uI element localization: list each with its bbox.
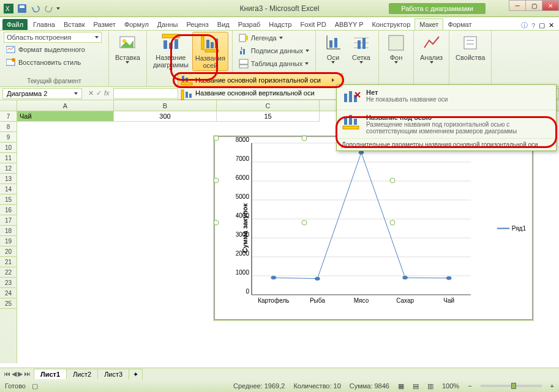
- insert-button[interactable]: Вставка: [113, 32, 143, 65]
- tab-chart-format[interactable]: Формат: [443, 19, 476, 30]
- tab-abbyy[interactable]: ABBYY P: [331, 19, 368, 30]
- fx-icon[interactable]: fx: [104, 89, 110, 97]
- gridlines-button[interactable]: Сетка: [348, 32, 375, 65]
- minimize-button[interactable]: ─: [509, 0, 526, 11]
- menu-vertical-axis-title[interactable]: Название основной вертикальной оси: [178, 87, 343, 100]
- row-header[interactable]: 22: [0, 267, 17, 278]
- tab-formulas[interactable]: Формул: [120, 19, 153, 30]
- row-header[interactable]: 20: [0, 246, 17, 257]
- chart-element-selector[interactable]: Область построения: [4, 32, 102, 43]
- row-header[interactable]: 13: [0, 174, 17, 184]
- tab-home[interactable]: Главна: [29, 19, 59, 30]
- save-icon[interactable]: [16, 2, 28, 15]
- axis-titles-menu: Название основной горизонтальной оси Наз…: [178, 73, 343, 100]
- row-header[interactable]: 25: [0, 298, 17, 309]
- analysis-button[interactable]: Анализ: [418, 32, 445, 65]
- cell-C7[interactable]: 15: [217, 111, 320, 122]
- row-header[interactable]: 8: [0, 122, 17, 132]
- tab-chart-design[interactable]: Конструктор: [368, 19, 415, 30]
- sheet-nav-first-icon[interactable]: ⏮: [4, 370, 10, 378]
- reset-style-button[interactable]: Восстановить стиль: [4, 56, 83, 68]
- window-restore-icon[interactable]: ▢: [539, 21, 545, 29]
- data-table-button[interactable]: Таблица данных: [236, 57, 311, 70]
- sheet-tab-3[interactable]: Лист3: [97, 369, 129, 379]
- redo-icon[interactable]: [43, 2, 55, 15]
- row-header[interactable]: 12: [0, 163, 17, 174]
- view-normal-icon[interactable]: ▦: [398, 382, 404, 390]
- tab-insert[interactable]: Вставк: [59, 19, 89, 30]
- macro-record-icon[interactable]: ▢: [32, 382, 38, 390]
- zoom-level[interactable]: 100%: [442, 382, 459, 390]
- row-header[interactable]: 16: [0, 205, 17, 215]
- window-close-icon[interactable]: ✕: [549, 21, 554, 29]
- tab-file[interactable]: Файл: [2, 19, 28, 30]
- group-label-current: Текущий фрагмент: [4, 77, 105, 85]
- select-all-corner[interactable]: [0, 100, 17, 111]
- zoom-out-button[interactable]: −: [468, 382, 471, 390]
- sheet-tab-2[interactable]: Лист2: [66, 369, 98, 379]
- sheet-nav-last-icon[interactable]: ⏭: [24, 370, 31, 378]
- enter-formula-icon[interactable]: ✓: [96, 89, 102, 97]
- tab-foxit[interactable]: Foxit PD: [296, 19, 330, 30]
- tab-chart-layout[interactable]: Макет: [415, 18, 443, 30]
- col-header-A[interactable]: A: [17, 100, 114, 111]
- cell-B7[interactable]: 300: [114, 111, 217, 122]
- row-header[interactable]: 10: [0, 142, 17, 153]
- sheet-nav-next-icon[interactable]: ▶: [18, 370, 23, 378]
- name-box[interactable]: Диаграмма 2: [2, 88, 82, 99]
- plot-bg-icon: [386, 33, 406, 53]
- submenu-more-options[interactable]: Дополнительные параметры названия основн…: [337, 139, 556, 150]
- zoom-slider[interactable]: [481, 385, 542, 387]
- row-header[interactable]: 9: [0, 132, 17, 142]
- tab-review[interactable]: Реценз: [182, 19, 212, 30]
- help-icon[interactable]: ?: [531, 22, 535, 29]
- chart-object[interactable]: Сумма закупок 0 1000 2000 3000 4000 5000…: [214, 136, 533, 320]
- row-header[interactable]: 7: [0, 111, 17, 122]
- sheet-nav-prev-icon[interactable]: ◀: [12, 370, 17, 378]
- view-page-layout-icon[interactable]: ▤: [413, 382, 419, 390]
- properties-button[interactable]: Свойства: [453, 32, 487, 62]
- zoom-thumb[interactable]: [511, 383, 516, 389]
- maximize-button[interactable]: ▢: [525, 0, 542, 11]
- row-header[interactable]: 21: [0, 257, 17, 267]
- format-selection-button[interactable]: Формат выделенного: [4, 43, 88, 56]
- row-header[interactable]: 11: [0, 153, 17, 163]
- undo-icon[interactable]: [29, 2, 42, 15]
- cancel-formula-icon[interactable]: ✕: [88, 89, 94, 97]
- row-header[interactable]: 18: [0, 226, 17, 236]
- chart-plot-area[interactable]: 0 1000 2000 3000 4000 5000 6000 7000 800…: [252, 143, 471, 295]
- tab-layout[interactable]: Размет: [89, 19, 120, 30]
- view-page-break-icon[interactable]: ▥: [427, 382, 433, 390]
- plot-bg-button[interactable]: Фон: [383, 32, 410, 65]
- row-header[interactable]: 19: [0, 236, 17, 246]
- row-header[interactable]: 17: [0, 215, 17, 226]
- close-button[interactable]: ✕: [542, 0, 559, 11]
- row-header[interactable]: 15: [0, 194, 17, 205]
- qat-dropdown-icon[interactable]: [56, 7, 60, 10]
- tab-addins[interactable]: Надстр: [264, 19, 296, 30]
- tab-developer[interactable]: Разраб: [234, 19, 265, 30]
- tab-view[interactable]: Вид: [213, 19, 234, 30]
- svg-rect-50: [349, 115, 352, 125]
- chart-legend[interactable]: Ряд1: [497, 225, 526, 232]
- minimize-ribbon-icon[interactable]: ⓘ: [521, 21, 528, 30]
- sheet-tab-1[interactable]: Лист1: [34, 369, 67, 379]
- col-header-B[interactable]: B: [114, 100, 217, 111]
- row-header[interactable]: 24: [0, 288, 17, 298]
- cell-A7[interactable]: Чай: [17, 111, 114, 122]
- submenu-none[interactable]: НетНе показывать название оси: [337, 85, 556, 110]
- row-header[interactable]: 14: [0, 184, 17, 194]
- chart-title-button[interactable]: Название диаграммы: [151, 32, 191, 72]
- data-labels-button[interactable]: 1Подписи данных: [236, 45, 312, 57]
- excel-icon[interactable]: X: [2, 2, 15, 15]
- new-sheet-button[interactable]: ✦: [129, 369, 143, 380]
- submenu-title-below-axis[interactable]: Название под осьюРазмещение названия под…: [337, 110, 556, 139]
- axes-button[interactable]: Оси: [320, 32, 347, 65]
- menu-horizontal-axis-title[interactable]: Название основной горизонтальной оси: [178, 73, 343, 87]
- row-header[interactable]: 23: [0, 278, 17, 288]
- legend-button[interactable]: Легенда: [236, 32, 285, 44]
- zoom-in-button[interactable]: +: [550, 382, 554, 390]
- tab-data[interactable]: Данны: [153, 19, 182, 30]
- axis-titles-button[interactable]: Названия осей: [192, 32, 228, 71]
- col-header-C[interactable]: C: [217, 100, 320, 111]
